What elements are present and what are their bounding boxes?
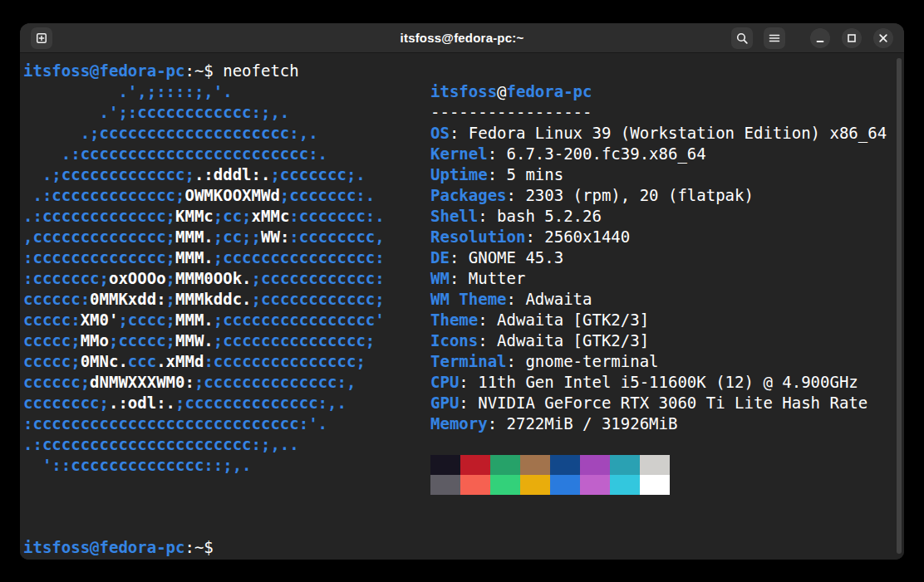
maximize-icon xyxy=(845,32,858,45)
art-segment: ;ccccccc;. xyxy=(270,165,365,183)
maximize-button[interactable] xyxy=(842,28,862,48)
info-host: fedora-pc xyxy=(507,82,592,100)
info-value: : 2722MiB / 31926MiB xyxy=(488,414,678,433)
terminal-viewport[interactable]: itsfoss@fedora-pc:~$neofetch .',;::::;,'… xyxy=(20,54,904,560)
info-value: : Fedora Linux 39 (Workstation Edition) … xyxy=(450,124,887,142)
ascii-art-line: cccccc:0MMKxdd:;MMMkddc.;cccccccccccc; xyxy=(23,289,385,310)
ascii-art-line: ccccc;MMo;ccccc;MMW.;ccccccccccccccc; xyxy=(23,330,385,351)
art-segment: :ccccccc; xyxy=(23,269,109,287)
palette-swatch xyxy=(520,455,550,475)
search-button[interactable] xyxy=(731,27,753,49)
menu-button[interactable] xyxy=(764,27,785,49)
shell-prompt: itsfoss@fedora-pc:~$ xyxy=(23,537,214,558)
art-segment: MMW. xyxy=(175,331,214,350)
info-line: WM: Mutter xyxy=(430,268,887,289)
art-segment: ;ccccc; xyxy=(109,331,175,350)
art-segment: .;cccccccccccccccccccc:,. xyxy=(23,124,318,142)
art-segment: ;cccccccccccccc:, xyxy=(194,373,356,391)
art-segment: ;cc;; xyxy=(214,227,261,246)
ascii-art-line: ,cccccccccccccc;MMM.;cc;;WW::cccccccc, xyxy=(23,227,385,247)
info-value: : Adwaita [GTK2/3] xyxy=(478,311,649,329)
minimize-button[interactable] xyxy=(810,28,830,48)
art-segment: XM0' xyxy=(81,311,119,329)
close-button[interactable] xyxy=(873,28,893,48)
new-tab-button[interactable] xyxy=(31,27,52,49)
info-label: Theme xyxy=(430,311,478,329)
art-segment: ;cccc; xyxy=(118,311,175,329)
art-segment: .';:cccccccccccc:;,. xyxy=(23,103,289,121)
art-segment: OWMKOOXMWd xyxy=(184,186,279,204)
info-label: CPU xyxy=(430,373,459,391)
ascii-art-line: .:cccccccccccccccccccccc:;,.. xyxy=(23,434,385,455)
ascii-art-line: .:ccccccccccccc;OWMKOOXMWd;ccccccc:. xyxy=(23,185,385,206)
ascii-art-line: .';:cccccccccccc:;,. xyxy=(23,102,385,123)
palette-swatch xyxy=(610,455,640,475)
ascii-art-line: :cccccccccccccccccccccccccccc:'. xyxy=(23,413,385,434)
palette-swatch xyxy=(640,475,670,495)
info-value: : 11th Gen Intel i5-11600K (12) @ 4.900G… xyxy=(459,373,858,391)
art-segment: MMM. xyxy=(175,248,214,267)
command-text: neofetch xyxy=(223,61,299,80)
art-segment: ;cc; xyxy=(214,207,252,225)
info-line: Memory: 2722MiB / 31926MiB xyxy=(430,413,887,434)
info-line: Uptime: 5 mins xyxy=(430,164,887,185)
color-palette xyxy=(430,455,670,495)
info-line: Theme: Adwaita [GTK2/3] xyxy=(430,310,887,330)
ascii-art-line: .;ccccccccccccc;.:dddl:.;ccccccc;. xyxy=(23,164,385,185)
palette-swatch xyxy=(430,475,460,495)
info-title-line: itsfoss@fedora-pc xyxy=(430,81,887,102)
art-segment: ;ccccccccccccccc; xyxy=(214,331,375,350)
info-label: Memory xyxy=(430,414,488,433)
art-segment: ;cccccccccccccc:,. xyxy=(175,394,346,412)
search-icon xyxy=(735,32,749,45)
info-label: WM Theme xyxy=(430,290,507,308)
ascii-art-line: :ccccccc;oxOOOo;MMM0OOk.;cccccccccccc: xyxy=(23,268,385,289)
art-segment: KMMc xyxy=(175,207,214,225)
scrollbar-thumb[interactable] xyxy=(897,58,902,554)
art-segment: WW: xyxy=(261,227,289,246)
info-line: DE: GNOME 45.3 xyxy=(430,247,887,268)
ascii-art-line: .:ccccccccccccc;KMMc;cc;xMMc:ccccccc:. xyxy=(23,206,385,227)
info-line: WM Theme: Adwaita xyxy=(430,289,887,310)
art-segment: MMM. xyxy=(175,311,214,329)
info-value: : Adwaita [GTK2/3] xyxy=(478,331,649,350)
art-segment: .:cccccccccccccccccccccccc:. xyxy=(23,144,327,163)
info-at: @ xyxy=(497,82,506,100)
info-value: : bash 5.2.26 xyxy=(478,207,602,225)
palette-swatch xyxy=(610,475,640,495)
palette-swatch xyxy=(640,455,670,475)
art-segment: MMM. xyxy=(175,227,214,246)
prompt-user-host: itsfoss@fedora-pc xyxy=(23,538,184,556)
info-value: : 5 mins xyxy=(488,165,564,183)
info-value: : 6.7.3-200.fc39.x86_64 xyxy=(488,144,706,163)
terminal-window: itsfoss@fedora-pc:~ xyxy=(20,23,904,560)
art-segment: ; xyxy=(166,269,175,287)
ascii-art-line: .:cccccccccccccccccccccccc:. xyxy=(23,144,385,164)
art-segment: cccccccc; xyxy=(23,394,109,412)
art-segment: ccccc: xyxy=(23,311,81,329)
art-segment: oxOOOo xyxy=(109,269,166,287)
info-line: Resolution: 2560x1440 xyxy=(430,227,887,247)
info-value: : 2303 (rpm), 20 (flatpak) xyxy=(507,186,754,204)
art-segment: 0MMKxdd: xyxy=(90,290,166,308)
art-segment: :cccccccccccccc; xyxy=(23,248,175,267)
info-label: OS xyxy=(430,124,450,142)
palette-swatch xyxy=(580,475,610,495)
info-label: Packages xyxy=(430,186,507,204)
info-value: : GNOME 45.3 xyxy=(450,248,563,267)
art-segment: ;cccccccccccc: xyxy=(252,269,385,287)
info-label: WM xyxy=(430,269,450,287)
prompt-suffix: :~$ xyxy=(184,538,213,556)
art-segment: ; xyxy=(166,290,175,308)
art-segment: ;cccccccccccc; xyxy=(252,290,385,308)
art-segment: .;ccccccccccccc; xyxy=(23,165,194,183)
ascii-art-line: .',;::::;,'. xyxy=(23,81,385,102)
art-segment: MMo xyxy=(81,331,109,350)
info-label: Terminal xyxy=(430,352,507,370)
art-segment: xMMc xyxy=(252,207,290,225)
art-segment: '::cccccccccccccc::;,. xyxy=(23,456,252,474)
art-segment: cccccc; xyxy=(23,373,90,391)
info-value: : Mutter xyxy=(450,269,526,287)
art-segment: ;cccccccccccccccc: xyxy=(214,248,385,267)
ascii-art-line: ccccc;0MNc.ccc.xMMd:ccccccccccccccc; xyxy=(23,351,385,372)
